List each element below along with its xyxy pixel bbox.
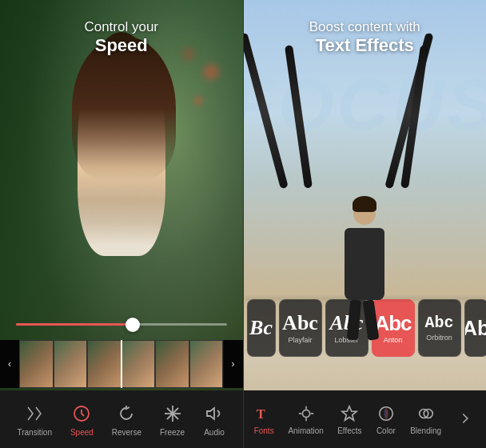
tool-transition[interactable]: Transition (10, 399, 58, 440)
reverse-icon (115, 402, 137, 425)
tool-effects[interactable]: Effects (333, 400, 366, 438)
filmstrip-left-arrow[interactable]: ‹ (0, 340, 19, 388)
font-preview-orbitron: Abc (424, 315, 453, 331)
font-preview-rubik: Ab (464, 318, 487, 338)
font-name-anton: Anton (384, 336, 403, 344)
speed-thumb[interactable] (125, 318, 140, 332)
blending-label: Blending (410, 426, 441, 435)
speed-label: Speed (70, 428, 94, 437)
filmstrip-frame (155, 340, 189, 388)
more-icon (455, 408, 476, 429)
effects-icon (339, 403, 360, 424)
tool-speed[interactable]: Speed (64, 399, 100, 440)
tool-blending[interactable]: Blending (405, 400, 446, 438)
audio-label: Audio (204, 428, 225, 437)
font-preview-mobster: Bc (249, 318, 273, 338)
font-item-mobster[interactable]: Bc (247, 299, 276, 357)
svg-point-7 (302, 410, 309, 417)
font-preview-playfair: Abc (282, 313, 318, 334)
right-title-line1: Boost content with (244, 19, 487, 35)
filmstrip-frames (19, 340, 224, 388)
blending-icon (416, 403, 436, 424)
animation-label: Animation (288, 426, 323, 435)
tool-animation[interactable]: Animation (283, 400, 328, 438)
right-title-line2: Text Effects (244, 35, 487, 56)
filmstrip-frame (189, 340, 224, 388)
svg-marker-5 (207, 408, 214, 419)
animation-icon (296, 403, 317, 424)
text-effects-bg-image: FOCUS (244, 0, 487, 448)
font-item-playfair[interactable]: Abc Playfair (279, 299, 322, 357)
font-item-orbitron[interactable]: Abc Orbitron (418, 299, 461, 357)
tool-freeze[interactable]: Freeze (153, 399, 191, 440)
font-name-playfair: Playfair (288, 336, 312, 344)
filmstrip-frame (122, 340, 156, 388)
left-title: Control your Speed (0, 19, 243, 56)
font-item-lobster[interactable]: Abc Lobster (325, 299, 368, 357)
toolbar-right: T Fonts Animation (244, 390, 487, 448)
tool-audio[interactable]: Audio (197, 399, 232, 440)
transition-label: Transition (17, 428, 52, 437)
tool-more[interactable] (450, 405, 480, 434)
color-icon (376, 403, 396, 424)
freeze-label: Freeze (160, 428, 185, 437)
right-panel: FOCUS (244, 0, 487, 448)
audio-icon (203, 402, 225, 425)
left-title-line1: Control your (0, 19, 243, 35)
toolbar-left: Transition Speed Reverse (0, 390, 243, 448)
svg-text:T: T (257, 406, 265, 422)
color-label: Color (376, 426, 396, 435)
filmstrip-frame (54, 340, 88, 388)
filmstrip-cursor (121, 340, 122, 388)
font-preview-anton: Abc (374, 313, 411, 334)
tool-color[interactable]: Color (371, 400, 401, 438)
fonts-label: Fonts (254, 426, 274, 435)
font-item-rubik[interactable]: Ab (464, 299, 487, 357)
focus-bg-text: FOCUS (244, 64, 487, 146)
reverse-label: Reverse (112, 428, 141, 437)
transition-icon (23, 402, 46, 425)
speed-slider[interactable] (16, 312, 227, 336)
speed-icon (70, 402, 93, 425)
left-title-line2: Speed (0, 35, 243, 56)
right-hero: FOCUS (244, 0, 487, 448)
filmstrip-frame (19, 340, 54, 388)
tool-reverse[interactable]: Reverse (106, 399, 148, 440)
left-panel: Control your Speed ‹ › (0, 0, 243, 448)
speed-track (16, 323, 227, 326)
filmstrip: ‹ › (0, 340, 243, 388)
font-name-orbitron: Orbitron (426, 334, 452, 342)
fonts-icon: T (253, 403, 274, 424)
freeze-icon (161, 402, 184, 425)
svg-marker-12 (342, 406, 357, 420)
filmstrip-right-arrow[interactable]: › (224, 340, 243, 388)
tool-fonts[interactable]: T Fonts (249, 400, 279, 438)
left-hero: Control your Speed ‹ › (0, 0, 243, 448)
filmstrip-frame (87, 340, 122, 388)
right-title: Boost content with Text Effects (244, 19, 487, 56)
effects-label: Effects (337, 426, 361, 435)
